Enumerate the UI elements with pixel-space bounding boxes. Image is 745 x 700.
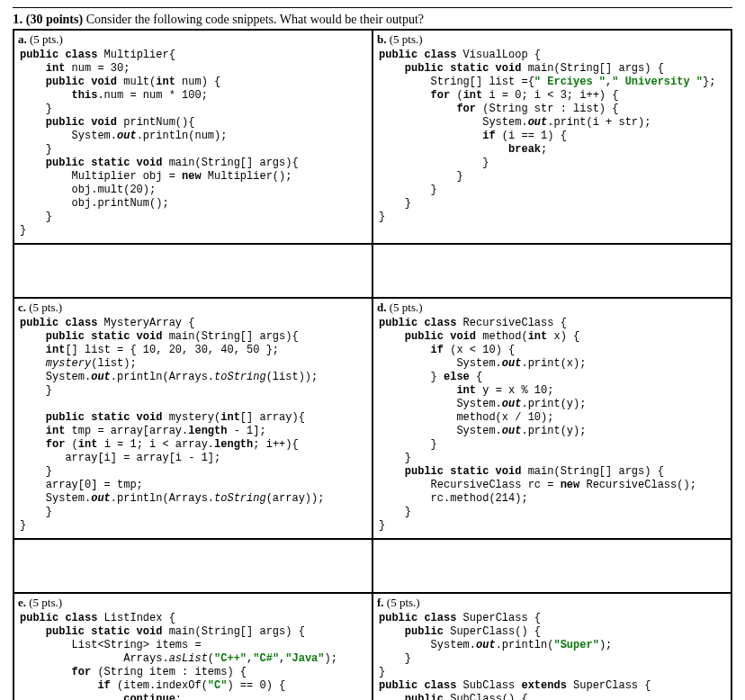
label-a: a. (5 pts.) xyxy=(14,31,372,47)
answer-a xyxy=(13,244,372,298)
code-e: public class ListIndex { public static v… xyxy=(14,610,372,700)
code-d: public class RecursiveClass { public voi… xyxy=(373,315,731,538)
answer-b xyxy=(372,244,732,298)
label-e: e. (5 pts.) xyxy=(14,594,372,610)
code-f: public class SuperClass { public SuperCl… xyxy=(373,610,731,700)
label-b: b. (5 pts.) xyxy=(373,31,731,47)
question-text: Consider the following code snippets. Wh… xyxy=(86,13,424,26)
cell-a: a. (5 pts.) public class Multiplier{ int… xyxy=(13,30,372,244)
cell-f: f. (5 pts.) public class SuperClass { pu… xyxy=(372,593,732,700)
code-b: public class VisualLoop { public static … xyxy=(373,47,731,229)
question-points: (30 points) xyxy=(26,13,83,26)
cell-b: b. (5 pts.) public class VisualLoop { pu… xyxy=(372,30,732,244)
cell-d: d. (5 pts.) public class RecursiveClass … xyxy=(372,298,732,539)
label-f: f. (5 pts.) xyxy=(373,594,731,610)
label-d: d. (5 pts.) xyxy=(373,299,731,315)
snippets-grid: a. (5 pts.) public class Multiplier{ int… xyxy=(13,29,732,700)
answer-d xyxy=(372,539,732,593)
cell-e: e. (5 pts.) public class ListIndex { pub… xyxy=(13,593,372,700)
label-c: c. (5 pts.) xyxy=(14,299,372,315)
cell-c: c. (5 pts.) public class MysteryArray { … xyxy=(13,298,372,539)
question-header: 1. (30 points) Consider the following co… xyxy=(13,12,732,27)
code-c: public class MysteryArray { public stati… xyxy=(14,315,372,538)
question-number: 1. xyxy=(13,12,22,26)
answer-c xyxy=(13,539,372,593)
code-a: public class Multiplier{ int num = 30; p… xyxy=(14,47,372,243)
